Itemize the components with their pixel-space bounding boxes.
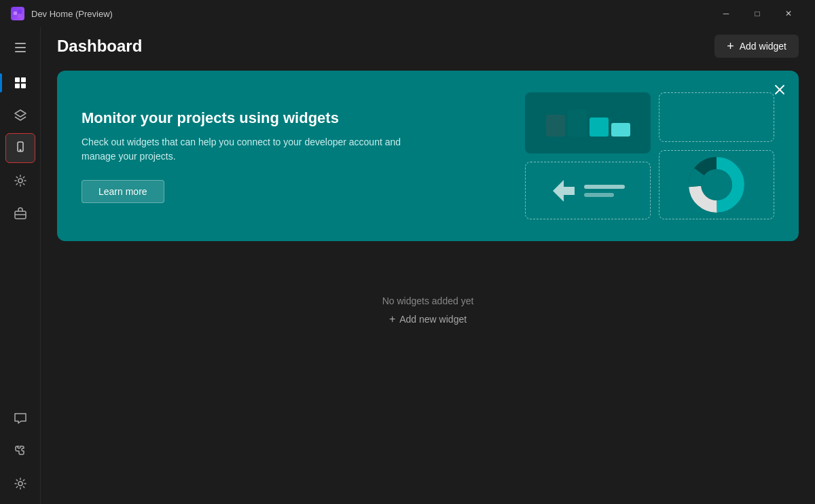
illus-right bbox=[659, 92, 774, 219]
sidebar-item-extensions[interactable] bbox=[5, 436, 35, 466]
svg-point-21 bbox=[703, 171, 730, 198]
add-widget-button[interactable]: + Add widget bbox=[714, 35, 799, 58]
sidebar-item-settings[interactable] bbox=[5, 469, 35, 499]
sidebar-item-feedback[interactable] bbox=[5, 403, 35, 433]
content-area: Dashboard + Add widget Monitor you bbox=[41, 27, 815, 504]
page-title: Dashboard bbox=[57, 37, 142, 56]
dashboard-icon bbox=[14, 76, 27, 90]
sidebar-item-dashboard[interactable] bbox=[5, 68, 35, 98]
settings-icon bbox=[14, 477, 27, 490]
extensions-icon bbox=[14, 444, 27, 458]
add-widget-icon: + bbox=[727, 40, 734, 52]
svg-rect-1 bbox=[18, 10, 22, 14]
app-icon bbox=[11, 7, 24, 20]
content-header: Dashboard + Add widget bbox=[41, 27, 815, 65]
app-title: Dev Home (Preview) bbox=[31, 9, 113, 19]
svg-marker-16 bbox=[553, 180, 575, 202]
mini-bar-3 bbox=[590, 118, 609, 137]
svg-marker-7 bbox=[15, 110, 26, 117]
empty-state-text: No widgets added yet bbox=[382, 295, 474, 306]
svg-rect-2 bbox=[18, 14, 22, 18]
banner: Monitor your projects using widgets Chec… bbox=[57, 71, 799, 241]
banner-illustration bbox=[525, 92, 774, 219]
title-bar-left: Dev Home (Preview) bbox=[11, 7, 113, 20]
banner-title: Monitor your projects using widgets bbox=[82, 109, 435, 127]
close-button[interactable]: ✕ bbox=[773, 3, 804, 24]
sidebar-item-hamburger[interactable] bbox=[5, 33, 35, 62]
layers-icon bbox=[14, 109, 27, 122]
illus-donut-box bbox=[659, 150, 774, 219]
sidebar-item-phone[interactable] bbox=[5, 133, 35, 163]
hamburger-icon bbox=[10, 37, 31, 58]
illus-arrow-box bbox=[525, 162, 651, 219]
briefcase-icon bbox=[14, 206, 27, 220]
svg-point-13 bbox=[18, 482, 22, 486]
illus-dashed-top bbox=[659, 92, 774, 142]
title-bar-controls: ─ □ ✕ bbox=[710, 3, 804, 24]
svg-rect-6 bbox=[21, 84, 26, 88]
mini-bar-2 bbox=[568, 109, 587, 137]
arrow-left-icon bbox=[551, 179, 576, 203]
banner-description: Check out widgets that can help you conn… bbox=[82, 135, 435, 164]
banner-text: Monitor your projects using widgets Chec… bbox=[82, 109, 435, 203]
illus-bar-chart-box bbox=[525, 92, 651, 154]
svg-point-9 bbox=[20, 149, 21, 151]
mini-bars bbox=[546, 109, 630, 137]
sidebar-item-config[interactable] bbox=[5, 166, 35, 196]
add-new-widget-icon: + bbox=[389, 313, 395, 325]
svg-rect-5 bbox=[15, 84, 20, 88]
learn-more-button[interactable]: Learn more bbox=[82, 180, 164, 203]
add-new-widget-button[interactable]: + Add new widget bbox=[389, 313, 467, 325]
phone-icon bbox=[14, 141, 27, 155]
minimize-button[interactable]: ─ bbox=[710, 3, 742, 24]
sidebar-item-work[interactable] bbox=[5, 198, 35, 228]
maximize-button[interactable]: □ bbox=[742, 3, 773, 24]
content-main: Monitor your projects using widgets Chec… bbox=[41, 65, 815, 504]
illus-left bbox=[525, 92, 651, 219]
gear-icon bbox=[14, 174, 27, 187]
svg-rect-0 bbox=[14, 12, 17, 15]
donut-chart-icon bbox=[686, 154, 747, 215]
close-icon bbox=[774, 84, 785, 95]
app-body: Dashboard + Add widget Monitor you bbox=[0, 27, 815, 504]
sidebar-item-layers[interactable] bbox=[5, 101, 35, 130]
svg-rect-4 bbox=[21, 77, 26, 82]
add-new-widget-label: Add new widget bbox=[399, 314, 467, 325]
add-widget-label: Add widget bbox=[740, 41, 786, 52]
svg-rect-3 bbox=[15, 77, 20, 82]
mini-bar-4 bbox=[611, 123, 630, 137]
sidebar bbox=[0, 27, 41, 504]
title-bar: Dev Home (Preview) ─ □ ✕ bbox=[0, 0, 815, 27]
svg-point-10 bbox=[18, 179, 22, 183]
chat-icon bbox=[14, 412, 27, 425]
mini-bar-1 bbox=[546, 115, 565, 137]
empty-state: No widgets added yet + Add new widget bbox=[57, 295, 799, 325]
